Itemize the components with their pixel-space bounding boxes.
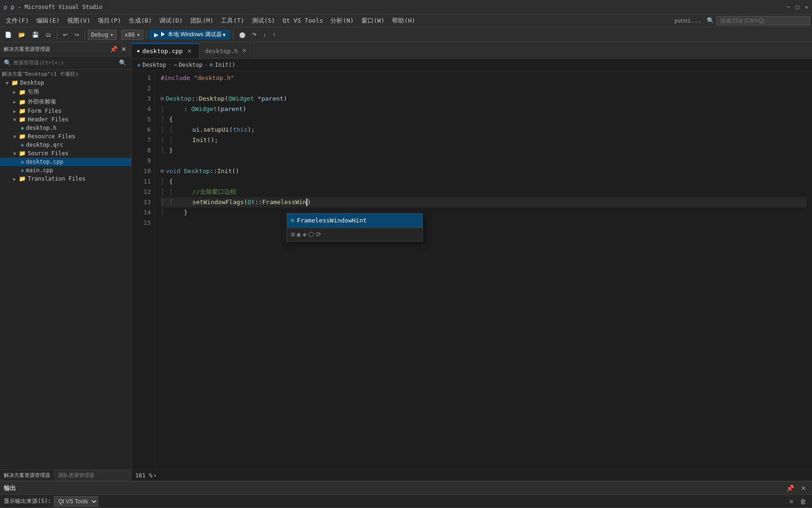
tree-desktop-qrc[interactable]: ◈ desktop.qrc	[0, 141, 131, 149]
expand-icon: ▼	[13, 151, 16, 156]
source-label: 显示输出来源(S):	[4, 497, 51, 505]
output-close-btn[interactable]: ✕	[799, 484, 808, 493]
tree-desktop-folder[interactable]: ▼ 📁 Desktop	[0, 79, 131, 87]
sidebar-bottom-tabs: 解决方案资源管理器 团队资源管理器	[0, 469, 131, 481]
maximize-btn[interactable]: □	[796, 4, 799, 10]
zoom-dropdown-icon[interactable]: ▾	[153, 472, 156, 479]
tree-resource-files[interactable]: ▼ 📁 Resource Files	[0, 132, 131, 141]
autocomplete-icon-bar: ⊞ ◉ ◈ ⬡ ⟳	[287, 228, 422, 241]
toolbar-open-btn[interactable]: 📂	[16, 30, 28, 40]
ac-icon-4: ⟳	[316, 229, 321, 239]
menu-bar: 文件(F) 编辑(E) 视图(V) 项目(P) 生成(B) 调试(D) 团队(M…	[0, 14, 812, 27]
close-btn[interactable]: ✕	[805, 4, 808, 10]
collapse-icon-10[interactable]: ⊟	[161, 166, 164, 176]
chevron-down-icon: ▾	[110, 32, 113, 38]
menu-project[interactable]: 项目(P)	[94, 15, 125, 27]
dropdown-arrow-icon: ▾	[223, 32, 226, 38]
toolbar-undo-btn[interactable]: ↩	[60, 30, 70, 40]
tree-main-cpp[interactable]: ◈ main.cpp	[0, 166, 131, 175]
menu-debug[interactable]: 调试(D)	[156, 15, 186, 27]
menu-tools[interactable]: 工具(T)	[217, 15, 248, 27]
menu-help[interactable]: 帮助(H)	[388, 15, 419, 27]
toolbar-bp-btn[interactable]: ⬤	[236, 30, 248, 40]
folder-icon: 📁	[19, 99, 26, 105]
menu-build[interactable]: 生成(B)	[125, 15, 156, 27]
toolbar-step-out[interactable]: ↑	[270, 30, 278, 40]
tab-desktop-h[interactable]: desktop.h ✕	[199, 43, 254, 58]
token-class: Desktop	[166, 94, 192, 104]
tree-external-deps[interactable]: ▶ 📁 外部依赖项	[0, 97, 131, 107]
autocomplete-item-0[interactable]: ⊞ FramelessWindowHint	[287, 214, 422, 228]
tab-close-btn-2[interactable]: ✕	[241, 47, 248, 55]
menu-view[interactable]: 视图(V)	[63, 15, 94, 27]
pin-btn[interactable]: 📌	[109, 45, 118, 54]
folder-icon: 📁	[19, 150, 26, 157]
tree-source-files-label: Source Files	[28, 150, 69, 157]
folder-icon: 📁	[19, 89, 26, 95]
toolbar-step-in[interactable]: ↓	[260, 30, 269, 40]
breadcrumb-desktop[interactable]: Desktop	[142, 62, 166, 68]
sidebar-close-btn[interactable]: ✕	[120, 45, 127, 54]
search-submit-btn[interactable]: 🔍	[118, 58, 127, 67]
tab-close-btn[interactable]: ✕	[186, 48, 193, 55]
toolbar-step-over[interactable]: ↷	[249, 30, 259, 40]
output-panel-header: 输出 📌 ✕	[0, 482, 812, 495]
platform-dropdown[interactable]: x86 ▾	[121, 30, 143, 40]
toolbar-redo-btn[interactable]: ↪	[71, 30, 82, 40]
menu-test[interactable]: 测试(S)	[248, 15, 279, 27]
tab-desktop-cpp[interactable]: ● desktop.cpp ✕	[132, 43, 199, 58]
folder-icon: 📁	[19, 116, 26, 123]
collapse-icon-3[interactable]: ⊟	[161, 94, 164, 104]
tab-desktop-cpp-label: desktop.cpp	[142, 48, 183, 55]
output-wrap-btn[interactable]: ≡	[788, 497, 795, 506]
output-clear-btn[interactable]: 🗑	[798, 497, 808, 506]
token-include: #include	[161, 73, 190, 83]
tree-desktop-cpp[interactable]: ◈ desktop.cpp	[0, 158, 131, 166]
menu-qt[interactable]: Qt VS Tools	[279, 15, 327, 26]
ac-icon-2: ◈	[303, 229, 306, 239]
output-source-select[interactable]: Qt VS Tools	[54, 496, 98, 507]
menu-edit[interactable]: 编辑(E)	[32, 15, 63, 27]
code-line-15	[161, 218, 806, 228]
tree-desktop-h[interactable]: ◈ desktop.h	[0, 124, 131, 132]
tree-header-files[interactable]: ▼ 📁 Header Files	[0, 115, 131, 124]
quick-launch-icon: 🔍	[707, 17, 714, 24]
code-line-4: │ : QWidget(parent)	[161, 104, 806, 114]
menu-analyze[interactable]: 分析(N)	[327, 15, 357, 27]
tree-source-files[interactable]: ▼ 📁 Source Files	[0, 149, 131, 158]
sidebar-tree: 解决方案"Desktop"(1 个项目) ▼ 📁 Desktop ▶ 📁 引用 …	[0, 70, 131, 469]
tree-form-files[interactable]: ▶ 📁 Form Files	[0, 107, 131, 115]
debug-config-dropdown[interactable]: Debug ▾	[88, 30, 117, 40]
menu-file[interactable]: 文件(F)	[2, 15, 32, 27]
run-button[interactable]: ▶ ▶ 本地 Windows 调试器 ▾	[149, 30, 230, 40]
code-line-13: ││ setWindowFlags(Qt::FramelessWin)	[161, 197, 806, 207]
expand-icon: ▼	[13, 134, 16, 139]
sidebar-tab-team[interactable]: 团队资源管理器	[55, 470, 98, 481]
tree-translation-files[interactable]: ▶ 📁 Translation Files	[0, 175, 131, 183]
autocomplete-popup[interactable]: ⊞ FramelessWindowHint ⊞ ◉ ◈ ⬡ ⟳	[287, 213, 423, 242]
quick-launch-input[interactable]	[716, 16, 810, 25]
file-icon: ◈	[21, 159, 24, 165]
output-pin-btn[interactable]: 📌	[784, 484, 796, 493]
toolbar-save-btn[interactable]: 💾	[29, 30, 42, 40]
zoom-value[interactable]: 161 %	[135, 472, 152, 479]
menu-team[interactable]: 团队(M)	[187, 15, 217, 27]
toolbar-save-all-btn[interactable]: 🗂	[43, 30, 54, 40]
tree-references[interactable]: ▶ 📁 引用	[0, 87, 131, 97]
toolbar-new-btn[interactable]: 📄	[2, 30, 15, 40]
expand-icon: ▼	[6, 80, 8, 86]
breadcrumb-class[interactable]: Desktop	[179, 62, 203, 68]
tree-header-files-label: Header Files	[28, 116, 69, 123]
file-icon: ◈	[21, 142, 24, 148]
sidebar-tab-solution[interactable]: 解决方案资源管理器	[0, 470, 55, 481]
tree-solution[interactable]: 解决方案"Desktop"(1 个项目)	[0, 70, 131, 79]
menu-window[interactable]: 窗口(W)	[358, 15, 388, 27]
expand-icon: ▶	[13, 109, 16, 114]
breadcrumb-function[interactable]: Init()	[215, 62, 235, 68]
code-content[interactable]: #include "desktop.h" ⊟Desktop::Desktop(Q…	[155, 71, 812, 469]
minimize-btn[interactable]: ─	[787, 4, 790, 10]
window-controls[interactable]: ─ □ ✕	[787, 4, 808, 10]
code-editor[interactable]: 1 2 3 4 5 6 7 8 9 10 11 12 13 14 15 #inc…	[132, 71, 812, 469]
zoom-bar: 161 % ▾	[132, 469, 812, 481]
tree-references-label: 引用	[28, 88, 39, 96]
